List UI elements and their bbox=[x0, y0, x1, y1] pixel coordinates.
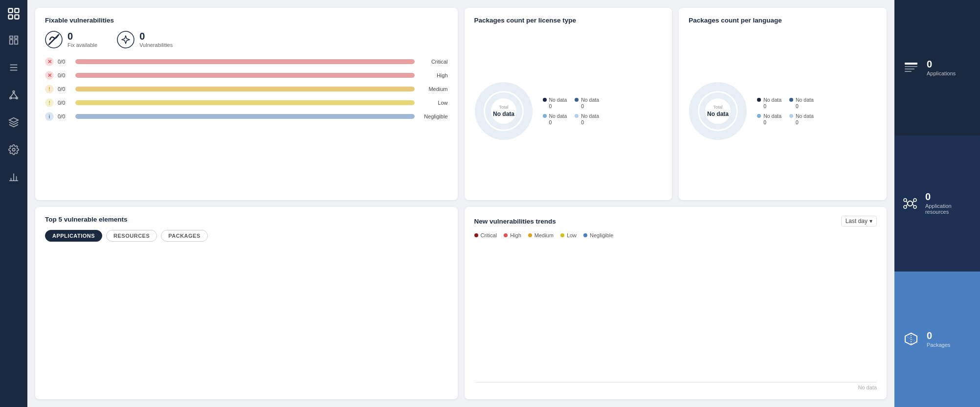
no-data-label: No data bbox=[858, 384, 877, 390]
resources-icon bbox=[902, 195, 918, 212]
trends-header: New vulnerabilities trends Last day ▾ bbox=[474, 216, 877, 226]
svg-text:✕: ✕ bbox=[47, 72, 52, 78]
fix-available-stat: 0 Fix available bbox=[45, 31, 97, 48]
low-dot bbox=[560, 233, 564, 237]
fixable-vulnerabilities-card: Fixable vulnerabilities 0 Fix available bbox=[35, 8, 458, 200]
vulnerabilities-label: Vulnerabilities bbox=[139, 42, 173, 48]
medium-label: Medium bbox=[419, 86, 448, 92]
tab-packages[interactable]: PACKAGES bbox=[161, 230, 208, 242]
applications-info: 0 Applications bbox=[927, 59, 956, 76]
svg-rect-44 bbox=[905, 66, 917, 67]
svg-rect-5 bbox=[15, 36, 18, 39]
critical-icon: ✕ bbox=[45, 57, 54, 66]
negligible-legend-label: Negligible bbox=[590, 232, 613, 238]
content-grid: Fixable vulnerabilities 0 Fix available bbox=[27, 0, 894, 407]
vulnerability-bars: ✕ 0/0 Critical ✕ 0/0 bbox=[45, 57, 448, 191]
sidebar-item-network[interactable] bbox=[5, 86, 22, 104]
trends-bottom: No data bbox=[474, 382, 877, 390]
critical-count: 0/0 bbox=[58, 59, 71, 65]
resources-card[interactable]: 0 Application resources bbox=[894, 136, 980, 271]
legend-high: High bbox=[504, 232, 521, 238]
legend-item: No data 0 bbox=[789, 113, 814, 125]
low-bar-container bbox=[75, 100, 415, 105]
fix-available-label: Fix available bbox=[67, 42, 97, 48]
negligible-bar-container bbox=[75, 114, 415, 119]
sidebar-item-list[interactable] bbox=[5, 59, 22, 76]
language-donut-chart: Total No data bbox=[689, 82, 747, 140]
medium-legend-label: Medium bbox=[535, 232, 554, 238]
legend-item: No data 0 bbox=[543, 97, 567, 109]
vulnerabilities-icon bbox=[117, 31, 134, 48]
right-sidebar: 0 Applications 0 Appl bbox=[894, 0, 980, 407]
svg-rect-2 bbox=[9, 15, 13, 19]
sidebar bbox=[0, 0, 27, 407]
tab-resources[interactable]: RESOURCES bbox=[106, 230, 157, 242]
svg-line-54 bbox=[906, 204, 908, 206]
low-legend-label: Low bbox=[567, 232, 577, 238]
trends-title: New vulnerabilities trends bbox=[474, 218, 556, 225]
top5-title: Top 5 vulnerable elements bbox=[45, 216, 448, 223]
applications-label: Applications bbox=[927, 70, 956, 76]
trends-dropdown[interactable]: Last day ▾ bbox=[841, 216, 877, 226]
packages-info: 0 Packages bbox=[927, 331, 950, 348]
license-donut-chart: Total No data bbox=[474, 82, 533, 140]
packages-icon bbox=[902, 330, 920, 348]
language-donut-wrapper: Total No data No data 0 No data 0 bbox=[689, 31, 877, 191]
vuln-row-critical: ✕ 0/0 Critical bbox=[45, 57, 448, 66]
negligible-dot bbox=[583, 233, 587, 237]
high-count: 0/0 bbox=[58, 72, 71, 78]
svg-rect-45 bbox=[905, 68, 914, 69]
trends-chart-content bbox=[474, 243, 877, 382]
negligible-label: Negligible bbox=[419, 113, 448, 119]
negligible-count: 0/0 bbox=[58, 113, 71, 119]
svg-text:!: ! bbox=[48, 100, 50, 106]
high-legend-label: High bbox=[510, 232, 521, 238]
legend-critical: Critical bbox=[474, 232, 497, 238]
high-label: High bbox=[419, 72, 448, 78]
packages-count: 0 bbox=[927, 331, 950, 340]
license-type-card: Packages count per license type Total No… bbox=[465, 8, 672, 200]
resources-count: 0 bbox=[925, 192, 972, 202]
language-type-card: Packages count per language Total No dat… bbox=[679, 8, 887, 200]
license-donut-wrapper: Total No data No data 0 No data 0 bbox=[474, 31, 663, 191]
svg-text:No data: No data bbox=[492, 111, 514, 117]
trend-legend: Critical High Medium Low Negligible bbox=[474, 232, 877, 238]
critical-bar-container bbox=[75, 59, 415, 64]
tab-applications[interactable]: APPLICATIONS bbox=[45, 230, 102, 242]
chevron-down-icon: ▾ bbox=[869, 218, 872, 225]
sidebar-item-settings[interactable] bbox=[5, 141, 22, 158]
top5-card: Top 5 vulnerable elements APPLICATIONS R… bbox=[35, 207, 458, 399]
sidebar-item-dashboard[interactable] bbox=[5, 31, 22, 49]
svg-point-17 bbox=[12, 148, 15, 151]
resources-info: 0 Application resources bbox=[925, 192, 972, 215]
svg-line-55 bbox=[913, 204, 914, 206]
legend-item: No data 0 bbox=[757, 113, 781, 125]
svg-rect-6 bbox=[10, 40, 13, 44]
packages-card[interactable]: 0 Packages bbox=[894, 271, 980, 407]
svg-point-47 bbox=[908, 201, 913, 206]
sidebar-item-cube[interactable] bbox=[5, 113, 22, 131]
svg-text:i: i bbox=[49, 114, 50, 119]
top5-tabs: APPLICATIONS RESOURCES PACKAGES bbox=[45, 230, 448, 242]
svg-rect-3 bbox=[15, 15, 19, 19]
fix-stats: 0 Fix available 0 Vulnerabilities bbox=[45, 31, 448, 48]
applications-card[interactable]: 0 Applications bbox=[894, 0, 980, 136]
high-bar bbox=[75, 73, 415, 78]
legend-low: Low bbox=[560, 232, 577, 238]
applications-count: 0 bbox=[927, 59, 956, 69]
medium-count: 0/0 bbox=[58, 86, 71, 92]
svg-text:✕: ✕ bbox=[47, 59, 52, 65]
medium-icon: ! bbox=[45, 85, 54, 93]
critical-label: Critical bbox=[419, 59, 448, 65]
svg-rect-46 bbox=[905, 71, 912, 72]
dropdown-label: Last day bbox=[846, 218, 868, 225]
high-icon: ✕ bbox=[45, 71, 54, 80]
license-type-title: Packages count per license type bbox=[474, 17, 663, 24]
language-legend: No data 0 No data 0 No data 0 No data bbox=[757, 97, 814, 125]
fix-available-count: 0 bbox=[67, 31, 97, 41]
svg-rect-43 bbox=[905, 63, 917, 65]
svg-text:!: ! bbox=[48, 86, 50, 92]
medium-bar bbox=[75, 87, 415, 91]
fix-available-icon bbox=[45, 31, 63, 48]
sidebar-item-chart[interactable] bbox=[5, 168, 22, 186]
